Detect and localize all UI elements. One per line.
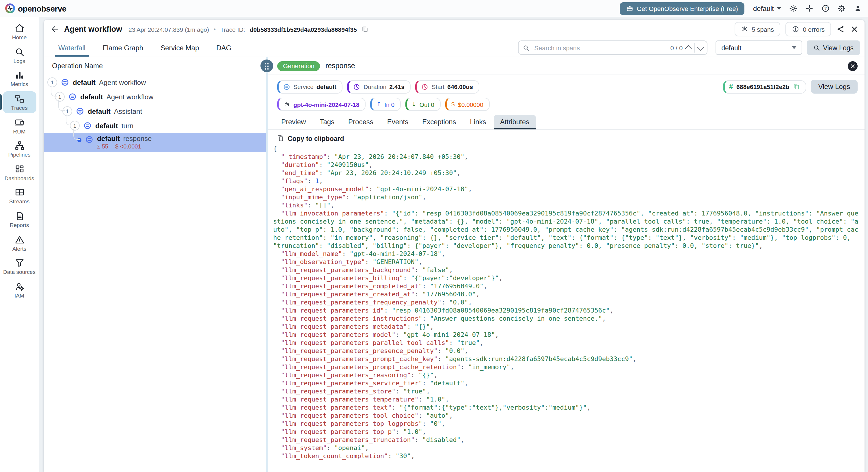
tab-service-map[interactable]: Service Map bbox=[152, 39, 208, 57]
top-bar: openobserve Get OpenObserve Enterprise (… bbox=[0, 0, 868, 17]
sidebar-item-label: Traces bbox=[11, 105, 27, 111]
llm-chip-0: gpt-4o-mini-2024-07-18 bbox=[277, 98, 366, 111]
detail-tab-links[interactable]: Links bbox=[464, 115, 493, 129]
tab-dag[interactable]: DAG bbox=[208, 39, 240, 57]
tree-row[interactable]: 1 defaultAgent workflow bbox=[44, 75, 266, 90]
detail-tab-events[interactable]: Events bbox=[381, 115, 415, 129]
settings-icon[interactable] bbox=[837, 4, 846, 13]
llm-chip-1: ↑ In 0 bbox=[370, 98, 401, 111]
back-arrow-icon[interactable] bbox=[51, 25, 60, 33]
sidebar-item-reports[interactable]: Reports bbox=[3, 209, 36, 230]
theme-icon[interactable] bbox=[789, 4, 798, 13]
share-icon[interactable] bbox=[836, 25, 845, 33]
json-line: "llm_request_parameters_store": "true", bbox=[273, 388, 859, 396]
sidebar-item-logs[interactable]: Logs bbox=[3, 44, 36, 66]
logo-text: openobserve bbox=[18, 4, 66, 13]
org-selector[interactable]: default bbox=[753, 4, 781, 12]
span-llm-chips-row: gpt-4o-mini-2024-07-18 ↑ In 0 ↓ Out 0 $ … bbox=[268, 94, 865, 111]
span-view-logs-button[interactable]: View Logs bbox=[811, 80, 858, 94]
sidebar-item-home[interactable]: Home bbox=[3, 21, 36, 42]
view-logs-button[interactable]: View Logs bbox=[807, 40, 860, 55]
alerts-icon bbox=[14, 234, 25, 245]
svclist-icon bbox=[76, 107, 84, 116]
json-line: "llm_request_parameters_top_p": "1.0", bbox=[273, 428, 859, 436]
tab-flame-graph[interactable]: Flame Graph bbox=[94, 39, 152, 57]
chevron-down-icon[interactable] bbox=[698, 44, 704, 51]
sidebar-item-iam[interactable]: IAM bbox=[3, 279, 36, 301]
copy-icon[interactable] bbox=[793, 83, 800, 90]
spans-count-label: 5 spans bbox=[752, 26, 774, 33]
sidebar-item-label: Pipelines bbox=[8, 152, 30, 158]
search-icon bbox=[523, 44, 530, 51]
json-line: "llm_request_parameters_created_at": "17… bbox=[273, 291, 859, 299]
span-id-chip: # 688e6191a51f2e2b bbox=[723, 80, 806, 93]
chip-start: Start646.00us bbox=[415, 80, 479, 93]
copy-icon[interactable] bbox=[362, 26, 368, 33]
sidebar-item-rum[interactable]: RUM bbox=[3, 115, 36, 136]
json-line: "llm_request_parameters_service_tier": "… bbox=[273, 380, 859, 388]
operation-tree-header: Operation Name bbox=[44, 60, 266, 75]
detail-tab-attributes[interactable]: Attributes bbox=[494, 115, 536, 129]
copy-to-clipboard-label: Copy to clipboard bbox=[288, 135, 344, 142]
help-icon[interactable]: ? bbox=[821, 4, 830, 13]
tree-row[interactable]: 1 defaultAssistant bbox=[44, 104, 266, 118]
json-line: "llm_request_parameters_temperature": "1… bbox=[273, 396, 859, 404]
chevron-up-icon[interactable] bbox=[685, 46, 692, 52]
json-line: "llm_request_parameters_prompt_cache_key… bbox=[273, 355, 859, 363]
chevron-down-icon bbox=[792, 46, 796, 49]
tree-row[interactable]: 1 defaultAgent workflow bbox=[44, 90, 266, 104]
copy-to-clipboard-button[interactable]: Copy to clipboard bbox=[268, 130, 865, 143]
svclist-icon bbox=[283, 83, 290, 90]
glyph-icon: ↑ bbox=[376, 100, 381, 108]
tree-row-selected[interactable]: defaultresponse Σ 55$ <0.0001 bbox=[44, 133, 266, 152]
stream-selector-value: default bbox=[721, 44, 741, 51]
json-line: "llm_system": "openai", bbox=[273, 444, 859, 452]
stream-selector[interactable]: default bbox=[716, 40, 802, 55]
json-line: "gen_ai_response_model": "gpt-4o-mini-20… bbox=[273, 185, 859, 194]
search-icon bbox=[813, 44, 820, 51]
slack-icon[interactable] bbox=[805, 4, 814, 13]
sidebar-item-pipelines[interactable]: Pipelines bbox=[3, 138, 36, 160]
close-icon[interactable] bbox=[850, 25, 859, 33]
detail-tab-process[interactable]: Process bbox=[342, 115, 380, 129]
detail-tab-tags[interactable]: Tags bbox=[313, 115, 341, 129]
json-line: "_timestamp": "Apr 23, 2026 20:24:07.840… bbox=[273, 153, 859, 161]
json-line: "llm_request_parameters_frequency_penalt… bbox=[273, 299, 859, 307]
sidebar-item-metrics[interactable]: Metrics bbox=[3, 68, 36, 90]
account-icon[interactable] bbox=[854, 4, 862, 13]
sidebar-item-label: Alerts bbox=[12, 246, 27, 252]
enterprise-button[interactable]: Get OpenObserve Enterprise (Free) bbox=[619, 2, 744, 15]
svg-text:?: ? bbox=[825, 6, 827, 11]
json-line: "llm_request_parameters_id": "resp_04163… bbox=[273, 307, 859, 315]
dashboards-icon bbox=[14, 164, 25, 175]
main-area: Agent workflow 23 Apr 20:24:07:839 (1m a… bbox=[39, 17, 868, 472]
sidebar-item-dashboards[interactable]: Dashboards bbox=[3, 162, 36, 183]
sidebar-item-data-sources[interactable]: Data sources bbox=[3, 256, 36, 277]
glyph-icon: $ bbox=[451, 100, 455, 108]
iam-icon bbox=[14, 282, 25, 292]
span-detail-panel: Generation response Servicedefault Durat… bbox=[266, 57, 865, 472]
chip-service: Servicedefault bbox=[277, 80, 343, 93]
json-line: "llm_token_count_completion": "30", bbox=[273, 452, 859, 461]
panel-drag-handle[interactable] bbox=[260, 59, 273, 72]
close-icon bbox=[850, 63, 855, 68]
sidebar-item-streams[interactable]: Streams bbox=[3, 185, 36, 207]
detail-tab-preview[interactable]: Preview bbox=[275, 115, 312, 129]
sidebar-item-label: Reports bbox=[10, 223, 29, 229]
chevron-down-icon bbox=[777, 7, 781, 10]
tab-waterfall[interactable]: Waterfall bbox=[50, 39, 94, 57]
sidebar-item-alerts[interactable]: Alerts bbox=[3, 232, 36, 254]
streams-icon bbox=[14, 187, 25, 198]
json-line: "input_mime_type": "application/json", bbox=[273, 194, 859, 202]
llm-chip-2: ↓ Out 0 bbox=[405, 98, 441, 111]
json-line: "llm_request_parameters_model": "gpt-4o-… bbox=[273, 331, 859, 339]
search-input[interactable] bbox=[533, 43, 667, 52]
traces-icon bbox=[14, 94, 25, 104]
close-span-detail-button[interactable] bbox=[848, 61, 858, 71]
span-name: response bbox=[326, 62, 355, 70]
detail-tab-exceptions[interactable]: Exceptions bbox=[416, 115, 462, 129]
json-line: "llm_request_parameters_truncation": "di… bbox=[273, 436, 859, 444]
sidebar-item-traces[interactable]: Traces bbox=[3, 91, 36, 113]
separator-dot: • bbox=[214, 26, 216, 32]
openobserve-logo[interactable]: openobserve bbox=[5, 3, 66, 13]
